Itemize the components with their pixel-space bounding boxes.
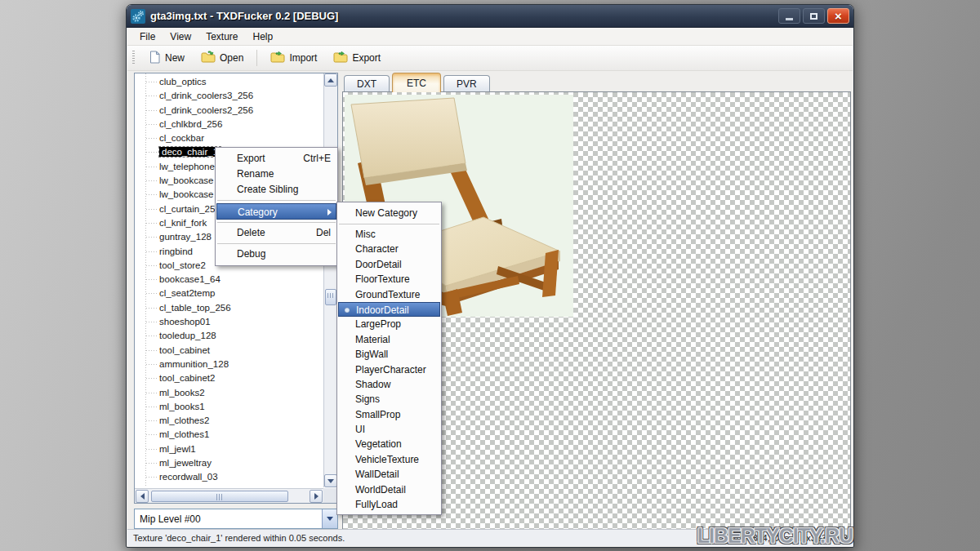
menu-separator — [217, 222, 336, 223]
vertical-scroll-thumb[interactable] — [325, 289, 336, 305]
scroll-up-button[interactable] — [324, 73, 337, 87]
tree-item[interactable]: ml_jeweltray — [135, 456, 323, 470]
scrollbar-corner — [323, 488, 337, 503]
tree-item[interactable]: cl_table_top_256 — [135, 301, 323, 315]
context-menu: Export Ctrl+E Rename Create Sibling Cate… — [215, 147, 338, 266]
tree-item[interactable]: cl_seat2temp — [135, 287, 323, 300]
submenu-category-item[interactable]: Misc — [337, 227, 441, 242]
tree-item[interactable]: ml_clothes1 — [135, 428, 323, 442]
tree-item[interactable]: cl_drink_coolers3_256 — [135, 89, 323, 103]
open-button[interactable]: Open — [194, 47, 251, 69]
submenu-category-item[interactable]: PlayerCharacter — [337, 362, 441, 377]
texture-list-panel: club_optics cl_drink_coolers3_256 cl_dri… — [134, 73, 338, 504]
export-button-label: Export — [352, 52, 381, 64]
new-page-icon — [149, 51, 161, 66]
tree-item[interactable]: tool_cabinet2 — [135, 371, 323, 385]
menu-separator — [217, 243, 336, 244]
submenu-category-item[interactable]: VehicleTexture — [337, 452, 441, 467]
submenu-category-item[interactable]: WorldDetail — [337, 482, 441, 497]
scroll-left-button[interactable] — [136, 490, 149, 503]
tree-item[interactable]: cl_drink_coolers2_256 — [135, 104, 323, 118]
status-message: Texture 'deco_chair_1' rendered within 0… — [127, 533, 345, 543]
context-menu-rename[interactable]: Rename — [216, 167, 337, 182]
import-button[interactable]: Import — [263, 47, 324, 69]
tree-item[interactable]: ml_jewl1 — [135, 442, 323, 456]
export-folder-icon — [333, 51, 348, 65]
tree-item[interactable]: tooledup_128 — [135, 329, 323, 343]
menu-view[interactable]: View — [163, 29, 198, 44]
window-title: gta3img.txt - TXDFucker 0.2 [DEBUG] — [150, 10, 773, 22]
submenu-category-item[interactable]: Vegetation — [337, 437, 441, 451]
submenu-arrow-icon — [327, 209, 332, 216]
submenu-category-item-selected[interactable]: IndoorDetail — [338, 302, 440, 317]
libertycity-watermark: LibertyCity.RU — [697, 524, 853, 548]
submenu-category-item[interactable]: UI — [337, 422, 441, 437]
tree-item[interactable]: ml_clothes2 — [135, 414, 323, 428]
texture-tree: club_optics cl_drink_coolers3_256 cl_dri… — [135, 73, 323, 487]
tree-item[interactable]: cl_chlkbrd_256 — [135, 118, 323, 131]
horizontal-scrollbar[interactable] — [135, 488, 323, 503]
tree-item[interactable]: cl_cockbar — [135, 131, 323, 145]
scroll-right-button[interactable] — [310, 490, 323, 503]
submenu-category-item[interactable]: GroundTexture — [337, 287, 441, 302]
tab-pvr[interactable]: PVR — [443, 75, 490, 92]
maximize-icon — [810, 13, 817, 20]
tree-item[interactable]: ml_books1 — [135, 400, 323, 414]
selected-category-bullet-icon — [345, 308, 350, 313]
vertical-scrollbar[interactable] — [323, 73, 337, 487]
app-gears-icon — [131, 9, 145, 24]
submenu-category-item[interactable]: Material — [337, 332, 441, 347]
submenu-category-item[interactable]: SmallProp — [337, 407, 441, 422]
submenu-category-item[interactable]: Signs — [337, 392, 441, 407]
context-menu-create-sibling[interactable]: Create Sibling — [216, 182, 337, 198]
maximize-button[interactable] — [803, 8, 825, 24]
tree-item[interactable]: ammunition_128 — [135, 358, 323, 371]
tree-item[interactable]: ml_books2 — [135, 386, 323, 400]
new-button[interactable]: New — [141, 47, 192, 69]
submenu-category-item[interactable]: BigWall — [337, 347, 441, 362]
thumb-grip-icon — [216, 494, 223, 500]
toolbar-separator — [256, 50, 257, 66]
tree-item[interactable]: tool_cabinet — [135, 344, 323, 358]
export-button[interactable]: Export — [326, 47, 388, 69]
mip-level-combobox[interactable]: Mip Level #00 — [134, 509, 338, 529]
submenu-category-item[interactable]: Character — [337, 242, 441, 256]
import-button-label: Import — [289, 52, 317, 64]
tab-dxt[interactable]: DXT — [344, 75, 390, 92]
scroll-right-icon — [314, 493, 318, 500]
scroll-down-button[interactable] — [324, 474, 337, 487]
context-menu-debug[interactable]: Debug — [216, 247, 337, 262]
submenu-category-item[interactable]: FloorTexture — [337, 272, 441, 287]
horizontal-scroll-thumb[interactable] — [151, 491, 288, 502]
export-shortcut: Ctrl+E — [303, 151, 331, 167]
open-button-label: Open — [220, 52, 243, 64]
mip-dropdown-button[interactable] — [322, 509, 337, 528]
submenu-category-item[interactable]: Shadow — [337, 377, 441, 392]
delete-shortcut: Del — [316, 225, 331, 241]
menu-file[interactable]: File — [132, 29, 163, 44]
tab-etc-active[interactable]: ETC — [392, 73, 441, 92]
context-menu-category-highlighted[interactable]: Category — [216, 203, 336, 220]
submenu-category-item[interactable]: LargeProp — [337, 317, 441, 331]
submenu-category-item[interactable]: WallDetail — [337, 467, 441, 482]
title-bar[interactable]: gta3img.txt - TXDFucker 0.2 [DEBUG] × — [127, 5, 853, 28]
submenu-category-item[interactable]: DoorDetail — [337, 257, 441, 272]
tree-item[interactable]: club_optics — [135, 75, 323, 89]
close-icon: × — [835, 10, 842, 22]
submenu-new-category[interactable]: New Category — [337, 205, 441, 221]
category-submenu: New Category Misc Character DoorDetail F… — [336, 202, 442, 515]
context-menu-delete[interactable]: Delete Del — [216, 225, 337, 241]
menu-texture[interactable]: Texture — [198, 29, 245, 44]
tree-item[interactable]: bookcase1_64 — [135, 273, 323, 287]
scroll-left-icon — [140, 493, 145, 500]
minimize-button[interactable] — [778, 8, 800, 24]
menu-help[interactable]: Help — [246, 29, 281, 44]
close-button[interactable]: × — [827, 8, 849, 24]
tree-item[interactable]: shoeshop01 — [135, 315, 323, 329]
dropdown-arrow-icon — [327, 517, 333, 521]
context-menu-export[interactable]: Export Ctrl+E — [216, 151, 337, 167]
tree-item[interactable]: recordwall_03 — [135, 470, 323, 484]
submenu-category-item[interactable]: FullyLoad — [337, 497, 441, 512]
toolbar-grip-handle[interactable] — [132, 51, 135, 65]
import-folder-icon — [270, 51, 285, 65]
